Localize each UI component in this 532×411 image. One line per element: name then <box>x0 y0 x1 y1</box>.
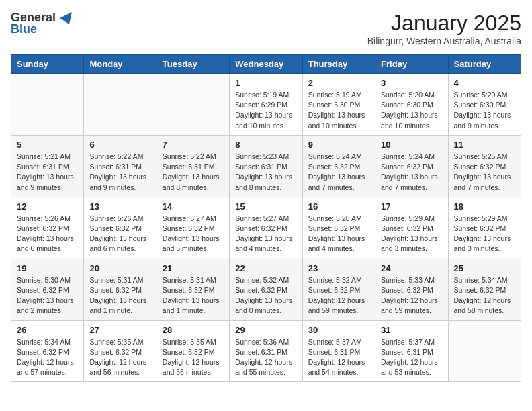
calendar-day-cell: 10Sunrise: 5:24 AM Sunset: 6:32 PM Dayli… <box>375 135 448 197</box>
calendar-day-cell: 25Sunrise: 5:34 AM Sunset: 6:32 PM Dayli… <box>448 259 521 320</box>
title-block: January 2025 Bilingurr, Western Australi… <box>367 11 521 46</box>
calendar-weekday-header: Tuesday <box>157 55 229 74</box>
day-number: 8 <box>235 140 296 150</box>
svg-marker-0 <box>60 12 72 24</box>
calendar-day-cell: 19Sunrise: 5:30 AM Sunset: 6:32 PM Dayli… <box>11 259 84 320</box>
logo-blue-text: Blue <box>11 22 37 36</box>
day-info: Sunrise: 5:21 AM Sunset: 6:31 PM Dayligh… <box>17 152 78 193</box>
calendar-weekday-header: Saturday <box>448 55 521 74</box>
calendar-day-cell: 14Sunrise: 5:27 AM Sunset: 6:32 PM Dayli… <box>157 197 229 259</box>
day-info: Sunrise: 5:19 AM Sunset: 6:30 PM Dayligh… <box>308 90 369 131</box>
day-info: Sunrise: 5:36 AM Sunset: 6:31 PM Dayligh… <box>235 337 296 378</box>
month-title: January 2025 <box>367 11 521 36</box>
calendar-day-cell: 7Sunrise: 5:22 AM Sunset: 6:31 PM Daylig… <box>157 135 229 197</box>
day-info: Sunrise: 5:32 AM Sunset: 6:32 PM Dayligh… <box>308 275 369 316</box>
day-number: 6 <box>89 140 150 150</box>
day-number: 1 <box>235 78 296 88</box>
calendar-day-cell: 27Sunrise: 5:35 AM Sunset: 6:32 PM Dayli… <box>84 320 157 382</box>
day-info: Sunrise: 5:24 AM Sunset: 6:32 PM Dayligh… <box>308 152 369 193</box>
day-info: Sunrise: 5:27 AM Sunset: 6:32 PM Dayligh… <box>235 214 296 255</box>
calendar-day-cell: 15Sunrise: 5:27 AM Sunset: 6:32 PM Dayli… <box>230 197 302 259</box>
calendar-day-cell: 12Sunrise: 5:26 AM Sunset: 6:32 PM Dayli… <box>11 197 84 259</box>
calendar-day-cell: 8Sunrise: 5:23 AM Sunset: 6:31 PM Daylig… <box>230 135 302 197</box>
day-number: 27 <box>89 325 150 335</box>
day-number: 3 <box>381 78 442 88</box>
calendar-day-cell: 4Sunrise: 5:20 AM Sunset: 6:30 PM Daylig… <box>448 74 521 136</box>
day-info: Sunrise: 5:35 AM Sunset: 6:32 PM Dayligh… <box>89 337 150 378</box>
calendar-weekday-header: Sunday <box>11 55 84 74</box>
day-info: Sunrise: 5:23 AM Sunset: 6:31 PM Dayligh… <box>235 152 296 193</box>
day-number: 30 <box>308 325 369 335</box>
calendar-week-row: 5Sunrise: 5:21 AM Sunset: 6:31 PM Daylig… <box>11 135 521 197</box>
calendar-day-cell <box>448 320 521 382</box>
calendar-day-cell: 31Sunrise: 5:37 AM Sunset: 6:31 PM Dayli… <box>375 320 448 382</box>
day-number: 9 <box>308 140 369 150</box>
calendar-day-cell: 29Sunrise: 5:36 AM Sunset: 6:31 PM Dayli… <box>230 320 302 382</box>
day-info: Sunrise: 5:35 AM Sunset: 6:32 PM Dayligh… <box>163 337 224 378</box>
calendar-week-row: 1Sunrise: 5:19 AM Sunset: 6:29 PM Daylig… <box>11 74 521 136</box>
day-info: Sunrise: 5:27 AM Sunset: 6:32 PM Dayligh… <box>163 214 224 255</box>
day-number: 2 <box>308 78 369 88</box>
calendar-day-cell: 16Sunrise: 5:28 AM Sunset: 6:32 PM Dayli… <box>302 197 375 259</box>
day-info: Sunrise: 5:33 AM Sunset: 6:32 PM Dayligh… <box>381 275 442 316</box>
day-number: 20 <box>89 263 150 273</box>
day-info: Sunrise: 5:37 AM Sunset: 6:31 PM Dayligh… <box>381 337 442 378</box>
day-info: Sunrise: 5:32 AM Sunset: 6:32 PM Dayligh… <box>235 275 296 316</box>
day-number: 25 <box>454 263 515 273</box>
day-number: 15 <box>235 201 296 212</box>
day-info: Sunrise: 5:28 AM Sunset: 6:32 PM Dayligh… <box>308 214 369 255</box>
day-info: Sunrise: 5:29 AM Sunset: 6:32 PM Dayligh… <box>454 214 515 255</box>
calendar-day-cell: 20Sunrise: 5:31 AM Sunset: 6:32 PM Dayli… <box>84 259 157 320</box>
day-number: 13 <box>89 201 150 212</box>
day-info: Sunrise: 5:26 AM Sunset: 6:32 PM Dayligh… <box>17 214 78 255</box>
calendar-weekday-header: Wednesday <box>230 55 302 74</box>
calendar-weekday-header: Monday <box>84 55 157 74</box>
calendar-day-cell: 11Sunrise: 5:25 AM Sunset: 6:32 PM Dayli… <box>448 135 521 197</box>
day-info: Sunrise: 5:22 AM Sunset: 6:31 PM Dayligh… <box>163 152 224 193</box>
day-info: Sunrise: 5:34 AM Sunset: 6:32 PM Dayligh… <box>17 337 78 378</box>
day-number: 17 <box>381 201 442 212</box>
day-number: 29 <box>235 325 296 335</box>
calendar-day-cell: 6Sunrise: 5:22 AM Sunset: 6:31 PM Daylig… <box>84 135 157 197</box>
calendar-day-cell <box>84 74 157 136</box>
day-number: 22 <box>235 263 296 273</box>
calendar-day-cell: 30Sunrise: 5:37 AM Sunset: 6:31 PM Dayli… <box>302 320 375 382</box>
day-info: Sunrise: 5:22 AM Sunset: 6:31 PM Dayligh… <box>89 152 150 193</box>
calendar-day-cell: 22Sunrise: 5:32 AM Sunset: 6:32 PM Dayli… <box>230 259 302 320</box>
day-info: Sunrise: 5:31 AM Sunset: 6:32 PM Dayligh… <box>89 275 150 316</box>
day-number: 19 <box>17 263 78 273</box>
calendar-weekday-header: Thursday <box>302 55 375 74</box>
calendar-day-cell: 18Sunrise: 5:29 AM Sunset: 6:32 PM Dayli… <box>448 197 521 259</box>
logo: General Blue <box>11 11 72 36</box>
calendar-day-cell: 3Sunrise: 5:20 AM Sunset: 6:30 PM Daylig… <box>375 74 448 136</box>
day-info: Sunrise: 5:30 AM Sunset: 6:32 PM Dayligh… <box>17 275 78 316</box>
day-info: Sunrise: 5:20 AM Sunset: 6:30 PM Dayligh… <box>454 90 515 131</box>
calendar-day-cell: 21Sunrise: 5:31 AM Sunset: 6:32 PM Dayli… <box>157 259 229 320</box>
day-info: Sunrise: 5:26 AM Sunset: 6:32 PM Dayligh… <box>89 214 150 255</box>
logo-wing-icon <box>57 12 72 24</box>
day-number: 28 <box>163 325 224 335</box>
calendar-week-row: 26Sunrise: 5:34 AM Sunset: 6:32 PM Dayli… <box>11 320 521 382</box>
day-number: 11 <box>454 140 515 150</box>
calendar-day-cell: 24Sunrise: 5:33 AM Sunset: 6:32 PM Dayli… <box>375 259 448 320</box>
calendar-day-cell <box>157 74 229 136</box>
page-header: General Blue January 2025 Bilingurr, Wes… <box>11 11 521 46</box>
calendar-day-cell: 17Sunrise: 5:29 AM Sunset: 6:32 PM Dayli… <box>375 197 448 259</box>
calendar-day-cell: 5Sunrise: 5:21 AM Sunset: 6:31 PM Daylig… <box>11 135 84 197</box>
day-number: 16 <box>308 201 369 212</box>
calendar-day-cell: 13Sunrise: 5:26 AM Sunset: 6:32 PM Dayli… <box>84 197 157 259</box>
day-info: Sunrise: 5:25 AM Sunset: 6:32 PM Dayligh… <box>454 152 515 193</box>
day-number: 10 <box>381 140 442 150</box>
day-info: Sunrise: 5:29 AM Sunset: 6:32 PM Dayligh… <box>381 214 442 255</box>
day-number: 12 <box>17 201 78 212</box>
calendar-day-cell: 26Sunrise: 5:34 AM Sunset: 6:32 PM Dayli… <box>11 320 84 382</box>
day-number: 24 <box>381 263 442 273</box>
day-info: Sunrise: 5:19 AM Sunset: 6:29 PM Dayligh… <box>235 90 296 131</box>
day-number: 14 <box>163 201 224 212</box>
day-info: Sunrise: 5:34 AM Sunset: 6:32 PM Dayligh… <box>454 275 515 316</box>
calendar-day-cell: 28Sunrise: 5:35 AM Sunset: 6:32 PM Dayli… <box>157 320 229 382</box>
day-info: Sunrise: 5:37 AM Sunset: 6:31 PM Dayligh… <box>308 337 369 378</box>
day-number: 26 <box>17 325 78 335</box>
calendar-weekday-header: Friday <box>375 55 448 74</box>
day-info: Sunrise: 5:31 AM Sunset: 6:32 PM Dayligh… <box>163 275 224 316</box>
